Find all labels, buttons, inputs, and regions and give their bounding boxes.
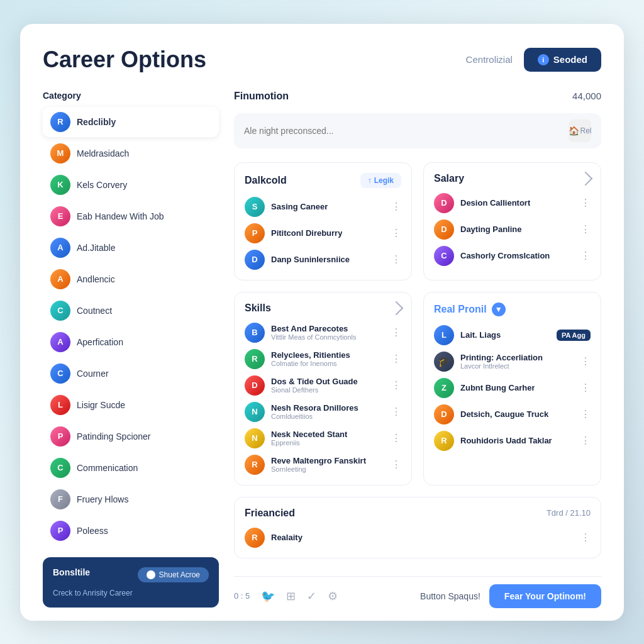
cta-button[interactable]: Fear Your Optinom! <box>489 584 601 608</box>
sidebar-item-label: Coutnect <box>77 306 112 316</box>
avatar: L <box>434 325 454 345</box>
more-options-icon[interactable]: ⋮ <box>580 531 591 543</box>
avatar: A <box>50 332 70 352</box>
real-profile-badge[interactable]: ▼ <box>492 303 506 316</box>
avatar: R <box>434 431 454 451</box>
sidebar-item-4[interactable]: A Ad.Jitable <box>43 233 219 263</box>
bottom-right: Button Spaqus! Fear Your Optinom! <box>420 584 601 608</box>
more-options-icon[interactable]: ⋮ <box>391 253 401 265</box>
item-left: R Relyclees, Ritienties Colmatie for Ine… <box>245 349 386 369</box>
pa-agg-badge: PA Agg <box>557 330 591 341</box>
item-text: Sasing Caneer <box>271 202 328 211</box>
sidebar-item-3[interactable]: E Eab Handew With Job <box>43 201 219 231</box>
item-left: R Reve Maltengro Fanskirt Sornleeting <box>245 455 386 475</box>
more-options-icon[interactable]: ⋮ <box>580 435 591 447</box>
item-left: D Dayting Panline <box>434 219 575 240</box>
avatar: R <box>245 455 265 475</box>
real-profile-title: Real Pronil <box>434 304 487 315</box>
sidebar-item-12[interactable]: F Fruery Hlows <box>43 484 219 514</box>
avatar: P <box>50 426 70 447</box>
item-left: D Dos & Tide Out Guade Sional Defthers <box>245 375 386 396</box>
settings-icon[interactable]: ⚙ <box>328 589 338 603</box>
item-left: Z Zubnt Bung Carher <box>434 378 575 398</box>
search-bar: 🏠 Rel <box>234 113 601 148</box>
salary-action[interactable] <box>580 174 591 184</box>
more-options-icon[interactable]: ⋮ <box>391 201 401 213</box>
list-item: P Pititconl Direburry ⋮ <box>245 223 401 243</box>
sidebar-item-1[interactable]: M Meldrasidach <box>43 138 219 169</box>
avatar: N <box>245 402 265 422</box>
check-icon[interactable]: ✓ <box>307 589 316 603</box>
seoded-button[interactable]: i Seoded <box>524 48 601 72</box>
dalkcold-action-button[interactable]: ↑ Legik <box>360 173 401 188</box>
sidebar-item-9[interactable]: L Lisigr Sucde <box>43 390 219 420</box>
list-item: C Cashorly Cromslcation ⋮ <box>434 246 591 266</box>
skills-panel: Skills B Best And Parecotes Vittlir Meas <box>234 292 412 486</box>
item-text: Printing: Accerliation Lavcor Intlrelect <box>460 353 543 370</box>
dalkcold-panel: Dalkcold ↑ Legik S Sasing Caneer <box>234 162 412 280</box>
avatar: C <box>50 364 70 384</box>
more-options-icon[interactable]: ⋮ <box>391 432 401 444</box>
sidebar-list: R Redclibly M Meldrasidach K Kels Corver… <box>43 107 219 546</box>
salary-panel-header: Salary <box>434 173 591 184</box>
sidebar-item-10[interactable]: P Patinding Spcioner <box>43 421 219 452</box>
item-left: R Realaity <box>245 528 575 548</box>
sidebar-item-6[interactable]: C Coutnect <box>43 296 219 326</box>
more-options-icon[interactable]: ⋮ <box>391 353 401 365</box>
more-options-icon[interactable]: ⋮ <box>391 406 401 418</box>
item-text: Nesk Neceted Stant Eppreniis <box>271 430 347 447</box>
main-content: Finumotion 44,000 🏠 Rel Dalkcold <box>234 91 601 608</box>
item-left: S Sasing Caneer <box>245 197 386 217</box>
more-options-icon[interactable]: ⋮ <box>391 458 401 470</box>
chevron-right-icon <box>389 301 404 315</box>
grid-icon[interactable]: ⊞ <box>286 589 296 603</box>
search-input[interactable] <box>244 126 562 136</box>
more-options-icon[interactable]: ⋮ <box>580 355 591 367</box>
more-options-icon[interactable]: ⋮ <box>580 408 591 420</box>
sidebar-item-8[interactable]: C Courner <box>43 358 219 389</box>
sidebar-item-5[interactable]: A Andlencic <box>43 264 219 294</box>
list-item: R Realaity ⋮ <box>245 528 591 548</box>
sidebar-item-11[interactable]: C Commenication <box>43 453 219 483</box>
item-text: Rouhidoris Uadd Taklar <box>460 436 552 445</box>
sidebar-item-7[interactable]: A Aperfication <box>43 327 219 357</box>
list-item: B Best And Parecotes Vittlir Meas of Con… <box>245 323 401 343</box>
avatar: D <box>434 219 454 240</box>
info-icon: i <box>538 54 549 65</box>
upload-icon: ↑ <box>368 176 372 185</box>
more-options-icon[interactable]: ⋮ <box>580 197 591 209</box>
sidebar-item-0[interactable]: R Redclibly <box>43 107 219 137</box>
sidebar-item-label: Aperfication <box>77 337 123 347</box>
more-options-icon[interactable]: ⋮ <box>391 326 401 338</box>
sidebar-item-2[interactable]: K Kels Corvery <box>43 170 219 200</box>
item-text: Dayting Panline <box>460 225 522 234</box>
item-left: L Lait. Liags <box>434 325 552 345</box>
skills-action[interactable] <box>391 303 401 313</box>
item-text: Cashorly Cromslcation <box>460 251 550 260</box>
item-left: N Nesh Resora Dnillores Comldueitiios <box>245 402 386 422</box>
sidebar-item-label: Commenication <box>77 463 138 473</box>
panels-grid: Dalkcold ↑ Legik S Sasing Caneer <box>234 162 601 486</box>
salary-title: Salary <box>434 173 464 184</box>
avatar: R <box>245 528 265 548</box>
list-item: D Danp Suninlersniice ⋮ <box>245 250 401 270</box>
sidebar-item-label: Poleess <box>77 526 108 536</box>
item-left: N Nesk Neceted Stant Eppreniis <box>245 428 386 448</box>
more-options-icon[interactable]: ⋮ <box>580 223 591 235</box>
search-button[interactable]: 🏠 Rel <box>569 119 591 142</box>
list-item: 🎓 Printing: Accerliation Lavcor Intlrele… <box>434 352 591 372</box>
toggle-button[interactable]: Shuet Acroe <box>138 567 209 582</box>
more-options-icon[interactable]: ⋮ <box>391 379 401 391</box>
twitter-icon[interactable]: 🐦 <box>261 589 275 603</box>
avatar: A <box>50 238 70 258</box>
chevron-right-icon <box>579 171 593 186</box>
more-options-icon[interactable]: ⋮ <box>580 382 591 394</box>
featured-title: Frieancied <box>245 508 295 519</box>
category-label: Category <box>43 91 219 101</box>
list-item: R Rouhidoris Uadd Taklar ⋮ <box>434 431 591 451</box>
more-options-icon[interactable]: ⋮ <box>391 227 401 239</box>
item-left: R Rouhidoris Uadd Taklar <box>434 431 575 451</box>
sidebar-item-13[interactable]: P Poleess <box>43 516 219 546</box>
more-options-icon[interactable]: ⋮ <box>580 250 591 262</box>
filter-row: Finumotion 44,000 <box>234 91 601 102</box>
